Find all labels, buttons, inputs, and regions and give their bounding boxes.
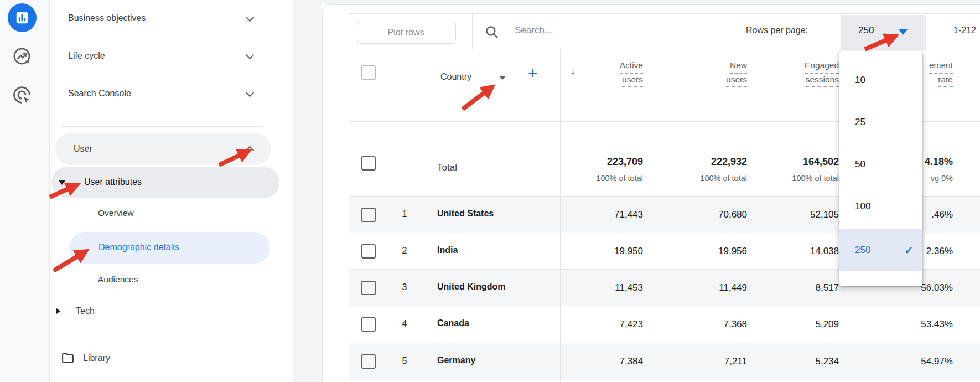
column-header-engaged-sessions[interactable]: Engaged sessions <box>761 61 839 89</box>
row-checkbox[interactable] <box>361 317 376 332</box>
row-engagement-rate: 54.97% <box>875 356 953 367</box>
column-header-line: users <box>726 75 747 88</box>
menu-option-25[interactable]: 25 <box>839 103 922 142</box>
sidebar-item-overview[interactable]: Overview <box>98 207 134 219</box>
row-checkbox[interactable] <box>361 244 376 259</box>
row-country: Canada <box>437 318 469 328</box>
total-label: Total <box>437 162 457 173</box>
report-nav-sidebar: Business objectives Life cycle Search Co… <box>50 0 293 382</box>
row-active-users: 71,443 <box>566 209 643 220</box>
folder-icon <box>61 351 75 365</box>
row-engagement-rate: 53.43% <box>875 319 953 330</box>
chevron-down-icon[interactable] <box>246 13 255 22</box>
menu-option-250[interactable]: 250 ✓ <box>839 229 922 271</box>
sidebar-item-business-objectives[interactable]: Business objectives <box>68 12 146 24</box>
row-checkbox[interactable] <box>361 208 376 222</box>
divider <box>61 85 263 85</box>
rows-per-page-select[interactable]: 250 <box>841 15 926 50</box>
table-row[interactable]: 5 Germany 7,384 7,211 5,234 54.97% <box>349 343 980 380</box>
row-index: 2 <box>397 246 412 256</box>
ga-demographic-details-page: Business objectives Life cycle Search Co… <box>0 0 980 382</box>
divider <box>61 126 263 127</box>
row-index: 1 <box>397 209 412 219</box>
row-engaged-sessions: 8,517 <box>761 282 839 293</box>
search-input[interactable]: Search... <box>515 25 552 36</box>
row-new-users: 11,449 <box>670 282 747 293</box>
row-country: United States <box>437 209 494 219</box>
row-active-users: 7,384 <box>566 356 643 367</box>
select-all-checkbox[interactable] <box>361 65 376 80</box>
row-country: United Kingdom <box>437 282 506 292</box>
sidebar-item-search-console[interactable]: Search Console <box>68 87 131 100</box>
sidebar-item-user[interactable]: User <box>55 133 271 165</box>
row-new-users: 7,211 <box>670 356 747 367</box>
total-engaged-sessions: 164,502 <box>761 156 839 168</box>
total-engaged-sessions-sub: 100% of total <box>761 174 839 183</box>
row-index: 5 <box>397 356 412 366</box>
chevron-up-icon[interactable] <box>246 146 255 155</box>
plot-rows-button[interactable]: Plot rows <box>356 22 456 44</box>
column-header-line: Engaged <box>805 61 839 74</box>
total-new-users-sub: 100% of total <box>670 174 747 183</box>
column-header-line: ement <box>929 61 953 74</box>
column-header-line: sessions <box>806 75 839 88</box>
chevron-down-icon[interactable] <box>246 51 255 60</box>
row-country: Germany <box>437 355 475 365</box>
column-header-active-users[interactable]: Active users <box>566 61 643 89</box>
row-active-users: 7,423 <box>566 319 643 330</box>
row-active-users: 11,453 <box>566 282 643 293</box>
explore-icon[interactable] <box>12 46 32 69</box>
expand-triangle-icon[interactable] <box>56 308 60 314</box>
total-row-checkbox[interactable] <box>361 156 376 171</box>
row-new-users: 7,368 <box>670 319 747 330</box>
advertising-icon[interactable] <box>11 84 33 108</box>
menu-option-50[interactable]: 50 <box>839 145 922 184</box>
sidebar-item-life-cycle[interactable]: Life cycle <box>68 50 105 62</box>
row-engaged-sessions: 5,209 <box>761 319 839 330</box>
row-engaged-sessions: 5,234 <box>761 356 839 367</box>
table-row[interactable]: 4 Canada 7,423 7,368 5,209 53.43% <box>349 306 980 343</box>
row-new-users: 19,956 <box>670 246 747 257</box>
total-active-users-sub: 100% of total <box>566 174 643 183</box>
row-checkbox[interactable] <box>361 281 376 295</box>
add-dimension-button[interactable]: + <box>528 65 538 81</box>
row-engaged-sessions: 14,038 <box>761 246 839 257</box>
dropdown-caret-icon[interactable] <box>898 29 908 35</box>
page-background <box>293 0 980 4</box>
menu-option-10[interactable]: 10 <box>839 61 922 100</box>
reports-icon[interactable] <box>8 3 37 32</box>
sidebar-item-demographic-details[interactable]: Demographic details <box>69 232 270 264</box>
dimension-caret-icon[interactable] <box>499 76 506 80</box>
rows-per-page-value: 250 <box>858 25 874 36</box>
menu-option-250-label: 250 <box>855 245 870 256</box>
pagination-range: 1-212 <box>938 25 976 35</box>
table-toolbar: Plot rows Search... Rows per page: 250 1… <box>349 13 980 49</box>
sidebar-item-tech[interactable]: Tech <box>76 305 95 317</box>
page-background <box>293 0 322 382</box>
column-divider <box>560 49 561 382</box>
menu-option-100[interactable]: 100 <box>839 187 922 226</box>
divider <box>472 14 473 49</box>
row-index: 3 <box>397 282 412 292</box>
row-index: 4 <box>397 319 412 329</box>
chevron-down-icon[interactable] <box>246 89 255 97</box>
sidebar-item-demographic-details-label: Demographic details <box>98 241 179 254</box>
row-checkbox[interactable] <box>361 354 376 369</box>
row-new-users: 70,680 <box>670 209 747 220</box>
sidebar-item-user-attributes[interactable]: User attributes <box>51 167 279 198</box>
column-header-line: rate <box>938 75 953 88</box>
rows-per-page-menu: 10 25 50 100 250 ✓ <box>839 51 922 286</box>
bar-chart-icon <box>14 10 30 25</box>
sidebar-item-library[interactable]: Library <box>83 352 110 364</box>
dimension-header[interactable]: Country <box>440 72 471 82</box>
column-header-new-users[interactable]: New users <box>670 61 747 89</box>
row-country: India <box>437 245 458 255</box>
column-header-line: New <box>730 61 747 74</box>
search-icon <box>485 25 499 39</box>
collapse-triangle-icon[interactable] <box>59 180 65 185</box>
sidebar-item-user-attributes-label: User attributes <box>84 176 142 188</box>
divider <box>61 43 263 43</box>
total-active-users: 223,709 <box>566 156 643 168</box>
sidebar-item-audiences[interactable]: Audiences <box>98 273 138 286</box>
sidebar-item-user-label: User <box>74 143 92 155</box>
